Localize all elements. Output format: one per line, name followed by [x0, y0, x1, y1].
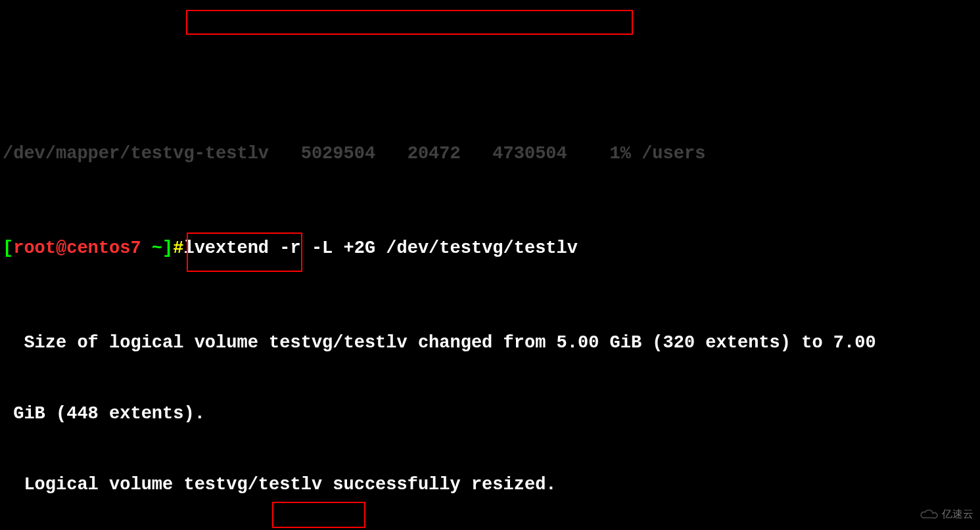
prompt-bracket: ]	[162, 238, 173, 258]
output-line: GiB (448 extents).	[3, 402, 977, 426]
output-line: Logical volume testvg/testlv successfull…	[3, 473, 977, 497]
highlight-box-cmd1	[186, 10, 633, 35]
highlight-box-size	[272, 502, 365, 528]
highlight-box-cmd2	[187, 232, 302, 272]
terminal-output[interactable]: /dev/mapper/testvg-testlv 5029504 20472 …	[0, 0, 980, 530]
watermark: 亿速云	[918, 502, 973, 526]
output-line: Size of logical volume testvg/testlv cha…	[3, 331, 977, 355]
prompt-line-1[interactable]: [root@centos7 ~]#lvextend -r -L +2G /dev…	[3, 236, 977, 260]
prompt-bracket: [	[3, 238, 13, 258]
cloud-icon	[918, 508, 938, 520]
prompt-path: ~	[152, 238, 162, 258]
prompt-user: root@centos7	[13, 238, 152, 258]
watermark-text: 亿速云	[942, 502, 973, 526]
output-line: /dev/mapper/testvg-testlv 5029504 20472 …	[3, 142, 977, 166]
prompt-hash: #	[173, 238, 183, 258]
